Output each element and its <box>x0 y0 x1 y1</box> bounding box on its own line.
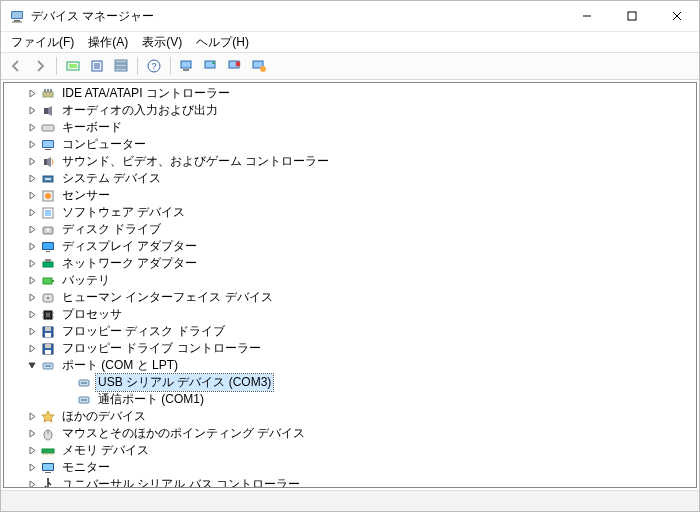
maximize-button[interactable] <box>609 1 654 31</box>
tree-node-label[interactable]: ユニバーサル シリアル バス コントローラー <box>60 476 302 487</box>
tree-row[interactable]: 通信ポート (COM1) <box>4 391 696 408</box>
toolbar-separator <box>170 57 171 75</box>
port-icon <box>76 392 92 408</box>
expander-closed-icon[interactable] <box>26 122 38 134</box>
tree-row[interactable]: ソフトウェア デバイス <box>4 204 696 221</box>
toolbar: ? <box>1 52 699 80</box>
tree-node-label[interactable]: ディスク ドライブ <box>60 221 163 238</box>
tree-node-label[interactable]: フロッピー ドライブ コントローラー <box>60 340 263 357</box>
expander-closed-icon[interactable] <box>26 207 38 219</box>
tree-row[interactable]: IDE ATA/ATAPI コントローラー <box>4 85 696 102</box>
tree-node-label[interactable]: システム デバイス <box>60 170 163 187</box>
tree-row[interactable]: ポート (COM と LPT) <box>4 357 696 374</box>
expander-closed-icon[interactable] <box>26 275 38 287</box>
menu-file[interactable]: ファイル(F) <box>5 32 80 53</box>
tree-node-label[interactable]: バッテリ <box>60 272 112 289</box>
tree-row[interactable]: ディスク ドライブ <box>4 221 696 238</box>
tree-row[interactable]: システム デバイス <box>4 170 696 187</box>
tree-node-label[interactable]: USB シリアル デバイス (COM3) <box>96 374 273 391</box>
menu-help[interactable]: ヘルプ(H) <box>190 32 255 53</box>
toolbar-details-button[interactable] <box>110 55 132 77</box>
toolbar-uninstall-button[interactable] <box>224 55 246 77</box>
tree-row[interactable]: モニター <box>4 459 696 476</box>
tree-node-label[interactable]: ディスプレイ アダプター <box>60 238 199 255</box>
expander-closed-icon[interactable] <box>26 173 38 185</box>
tree-row[interactable]: キーボード <box>4 119 696 136</box>
tree-node-label[interactable]: 通信ポート (COM1) <box>96 391 206 408</box>
expander-closed-icon[interactable] <box>26 309 38 321</box>
expander-closed-icon[interactable] <box>26 326 38 338</box>
menubar: ファイル(F) 操作(A) 表示(V) ヘルプ(H) <box>1 32 699 52</box>
tree-node-label[interactable]: メモリ デバイス <box>60 442 151 459</box>
tree-row[interactable]: フロッピー ドライブ コントローラー <box>4 340 696 357</box>
toolbar-properties-button[interactable] <box>86 55 108 77</box>
toolbar-forward-button[interactable] <box>29 55 51 77</box>
expander-open-icon[interactable] <box>26 360 38 372</box>
toolbar-back-button[interactable] <box>5 55 27 77</box>
tree-row[interactable]: センサー <box>4 187 696 204</box>
tree-node-label[interactable]: ソフトウェア デバイス <box>60 204 187 221</box>
tree-row[interactable]: USB シリアル デバイス (COM3) <box>4 374 696 391</box>
expander-closed-icon[interactable] <box>26 411 38 423</box>
tree-node-label[interactable]: ヒューマン インターフェイス デバイス <box>60 289 275 306</box>
expander-closed-icon[interactable] <box>26 428 38 440</box>
tree-row[interactable]: メモリ デバイス <box>4 442 696 459</box>
tree-node-label[interactable]: サウンド、ビデオ、およびゲーム コントローラー <box>60 153 331 170</box>
tree-node-label[interactable]: プロセッサ <box>60 306 124 323</box>
tree-row[interactable]: プロセッサ <box>4 306 696 323</box>
tree-row[interactable]: オーディオの入力および出力 <box>4 102 696 119</box>
expander-closed-icon[interactable] <box>26 292 38 304</box>
expander-closed-icon[interactable] <box>26 88 38 100</box>
expander-closed-icon[interactable] <box>26 156 38 168</box>
expander-closed-icon[interactable] <box>26 241 38 253</box>
tree-row[interactable]: コンピューター <box>4 136 696 153</box>
tree-row[interactable]: ほかのデバイス <box>4 408 696 425</box>
tree-node-label[interactable]: IDE ATA/ATAPI コントローラー <box>60 85 232 102</box>
menu-action[interactable]: 操作(A) <box>82 32 134 53</box>
keyboard-icon <box>40 120 56 136</box>
toolbar-scan-button[interactable] <box>176 55 198 77</box>
tree-row[interactable]: バッテリ <box>4 272 696 289</box>
tree-node-label[interactable]: モニター <box>60 459 112 476</box>
toolbar-update-button[interactable] <box>200 55 222 77</box>
computer-icon <box>40 137 56 153</box>
expander-closed-icon[interactable] <box>26 139 38 151</box>
expander-closed-icon[interactable] <box>26 479 38 488</box>
tree-row[interactable]: サウンド、ビデオ、およびゲーム コントローラー <box>4 153 696 170</box>
minimize-button[interactable] <box>564 1 609 31</box>
window-title: デバイス マネージャー <box>31 8 564 25</box>
statusbar <box>1 490 699 511</box>
tree-row[interactable]: ユニバーサル シリアル バス コントローラー <box>4 476 696 487</box>
device-tree[interactable]: IDE ATA/ATAPI コントローラーオーディオの入力および出力キーボードコ… <box>4 83 696 487</box>
expander-closed-icon[interactable] <box>26 445 38 457</box>
tree-node-label[interactable]: フロッピー ディスク ドライブ <box>60 323 227 340</box>
tree-row[interactable]: ネットワーク アダプター <box>4 255 696 272</box>
tree-node-label[interactable]: ポート (COM と LPT) <box>60 357 180 374</box>
tree-row[interactable]: マウスとそのほかのポインティング デバイス <box>4 425 696 442</box>
expander-closed-icon[interactable] <box>26 343 38 355</box>
usb-icon <box>40 477 56 488</box>
expander-closed-icon[interactable] <box>26 224 38 236</box>
display-icon <box>40 239 56 255</box>
tree-node-label[interactable]: ネットワーク アダプター <box>60 255 199 272</box>
expander-closed-icon[interactable] <box>26 258 38 270</box>
tree-node-label[interactable]: キーボード <box>60 119 124 136</box>
menu-view[interactable]: 表示(V) <box>136 32 188 53</box>
toolbar-disable-button[interactable] <box>248 55 270 77</box>
close-button[interactable] <box>654 1 699 31</box>
tree-row[interactable]: ヒューマン インターフェイス デバイス <box>4 289 696 306</box>
battery-icon <box>40 273 56 289</box>
tree-node-label[interactable]: センサー <box>60 187 112 204</box>
tree-node-label[interactable]: オーディオの入力および出力 <box>60 102 220 119</box>
tree-row[interactable]: フロッピー ディスク ドライブ <box>4 323 696 340</box>
toolbar-help-button[interactable]: ? <box>143 55 165 77</box>
tree-node-label[interactable]: マウスとそのほかのポインティング デバイス <box>60 425 307 442</box>
toolbar-separator <box>137 57 138 75</box>
expander-closed-icon[interactable] <box>26 462 38 474</box>
tree-node-label[interactable]: ほかのデバイス <box>60 408 148 425</box>
tree-node-label[interactable]: コンピューター <box>60 136 148 153</box>
toolbar-show-hidden-button[interactable] <box>62 55 84 77</box>
expander-closed-icon[interactable] <box>26 105 38 117</box>
expander-closed-icon[interactable] <box>26 190 38 202</box>
tree-row[interactable]: ディスプレイ アダプター <box>4 238 696 255</box>
